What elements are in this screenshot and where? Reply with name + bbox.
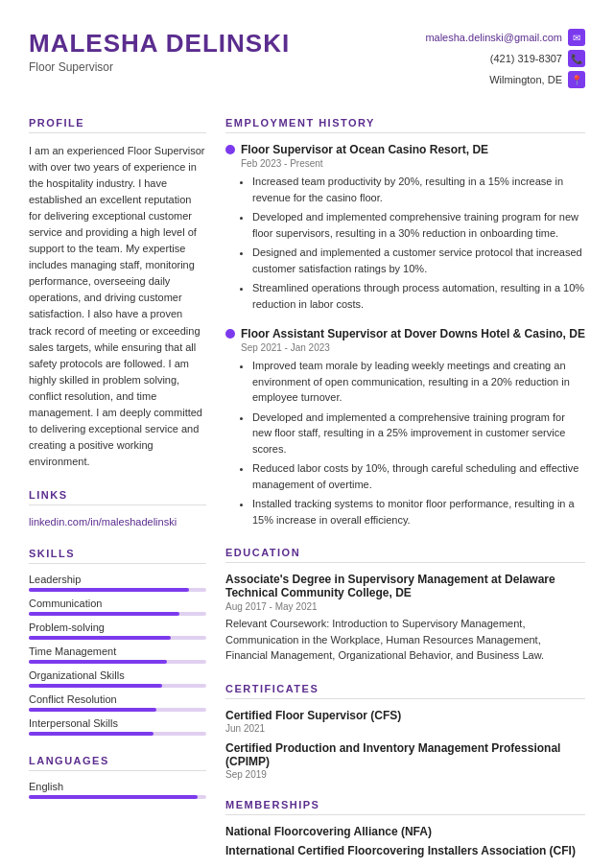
skill-bar-fill (29, 684, 162, 688)
email-row: malesha.delinski@gmail.com ✉ (425, 29, 585, 46)
resume-container: MALESHA DELINSKI Floor Supervisor malesh… (0, 0, 614, 868)
job-bullet: Designed and implemented a customer serv… (252, 245, 585, 276)
skills-title: SKILLS (29, 548, 206, 564)
language-bar-fill (29, 795, 198, 799)
memberships-title: MEMBERSHIPS (225, 799, 585, 815)
cert-name: Certified Floor Supervisor (CFS) (225, 709, 585, 722)
job-dot (225, 145, 235, 154)
jobs-list: Floor Supervisor at Ocean Casino Resort,… (225, 143, 585, 528)
skill-item: Conflict Resolution (29, 693, 206, 712)
skill-bar-fill (29, 732, 154, 736)
skill-item: Problem-solving (29, 622, 206, 640)
job-dates: Sep 2021 - Jan 2023 (241, 342, 585, 353)
job-bullets: Improved team morale by leading weekly m… (241, 358, 585, 528)
skill-name: Communication (29, 598, 206, 609)
skill-bar-fill (29, 660, 167, 664)
languages-section: LANGUAGES English (29, 755, 206, 799)
education-title: EDUCATION (225, 547, 585, 563)
job-bullet: Developed and implemented comprehensive … (252, 209, 585, 241)
skill-name: Leadership (29, 574, 206, 585)
links-title: LINKS (29, 489, 206, 505)
body-wrapper: PROFILE I am an experienced Floor Superv… (29, 117, 585, 868)
education-list: Associate's Degree in Supervisory Manage… (225, 573, 585, 664)
linkedin-link[interactable]: linkedin.com/in/maleshadelinski (29, 515, 206, 528)
location-icon: 📍 (568, 71, 585, 88)
skill-bar-bg (29, 612, 206, 616)
language-bar-bg (29, 795, 206, 799)
employment-section: EMPLOYMENT HISTORY Floor Supervisor at O… (225, 117, 585, 528)
languages-title: LANGUAGES (29, 755, 206, 771)
header: MALESHA DELINSKI Floor Supervisor malesh… (29, 29, 585, 98)
skill-bar-fill (29, 636, 171, 640)
certificates-title: CERTIFICATES (225, 683, 585, 699)
skill-name: Time Management (29, 645, 206, 657)
skill-name: Interpersonal Skills (29, 717, 206, 729)
profile-text: I am an experienced Floor Supervisor wit… (29, 143, 206, 470)
left-column: PROFILE I am an experienced Floor Superv… (29, 117, 206, 868)
job-bullet: Streamlined operations through process a… (252, 280, 585, 312)
skill-item: Leadership (29, 574, 206, 592)
job-item: Floor Assistant Supervisor at Dover Down… (225, 327, 585, 528)
edu-degree: Associate's Degree in Supervisory Manage… (225, 573, 585, 599)
phone-row: (421) 319-8307 📞 (490, 50, 585, 67)
job-bullets: Increased team productivity by 20%, resu… (241, 174, 585, 312)
memberships-section: MEMBERSHIPS National Floorcovering Allia… (225, 799, 585, 857)
skill-bar-bg (29, 660, 206, 664)
email-icon: ✉ (568, 29, 585, 46)
memberships-list: National Floorcovering Alliance (NFA)Int… (225, 825, 585, 857)
skill-bar-bg (29, 588, 206, 592)
job-bullet: Increased team productivity by 20%, resu… (252, 174, 585, 205)
skill-name: Organizational Skills (29, 669, 206, 681)
job-item: Floor Supervisor at Ocean Casino Resort,… (225, 143, 585, 312)
links-section: LINKS linkedin.com/in/maleshadelinski (29, 489, 206, 528)
skill-bar-bg (29, 636, 206, 640)
job-title-text: Floor Assistant Supervisor at Dover Down… (241, 327, 585, 340)
languages-list: English (29, 781, 206, 799)
cert-name: Certified Production and Inventory Manag… (225, 741, 585, 768)
education-item: Associate's Degree in Supervisory Manage… (225, 573, 585, 664)
cert-date: Sep 2019 (225, 769, 585, 780)
skills-list: Leadership Communication Problem-solving… (29, 574, 206, 736)
certs-list: Certified Floor Supervisor (CFS) Jun 202… (225, 709, 585, 780)
job-bullet: Improved team morale by leading weekly m… (252, 358, 585, 406)
skills-section: SKILLS Leadership Communication Problem-… (29, 548, 206, 736)
job-bullet: Installed tracking systems to monitor fl… (252, 496, 585, 528)
profile-title: PROFILE (29, 117, 206, 133)
location-text: Wilmington, DE (489, 74, 562, 85)
skill-name: Problem-solving (29, 622, 206, 633)
skill-bar-fill (29, 612, 179, 616)
skill-bar-bg (29, 708, 206, 712)
skill-item: Interpersonal Skills (29, 717, 206, 736)
membership-item: International Certified Floorcovering In… (225, 844, 585, 857)
skill-bar-fill (29, 708, 156, 712)
job-title-text: Floor Supervisor at Ocean Casino Resort,… (241, 143, 488, 156)
certificate-item: Certified Floor Supervisor (CFS) Jun 202… (225, 709, 585, 734)
skill-item: Organizational Skills (29, 669, 206, 688)
certificates-section: CERTIFICATES Certified Floor Supervisor … (225, 683, 585, 780)
skill-bar-bg (29, 684, 206, 688)
job-dot (225, 329, 235, 339)
skill-item: Communication (29, 598, 206, 616)
skill-bar-fill (29, 588, 189, 592)
job-bullet: Developed and implemented a comprehensiv… (252, 410, 585, 457)
candidate-subtitle: Floor Supervisor (29, 60, 290, 74)
edu-dates: Aug 2017 - May 2021 (225, 601, 585, 612)
education-section: EDUCATION Associate's Degree in Supervis… (225, 547, 585, 664)
skill-item: Time Management (29, 645, 206, 664)
phone-icon: 📞 (568, 50, 585, 67)
job-bullet: Reduced labor costs by 10%, through care… (252, 460, 585, 492)
header-right: malesha.delinski@gmail.com ✉ (421) 319-8… (425, 29, 585, 88)
language-name: English (29, 781, 206, 792)
email-link[interactable]: malesha.delinski@gmail.com (425, 32, 562, 43)
location-row: Wilmington, DE 📍 (489, 71, 585, 88)
header-left: MALESHA DELINSKI Floor Supervisor (29, 29, 290, 74)
skill-bar-bg (29, 732, 206, 736)
certificate-item: Certified Production and Inventory Manag… (225, 741, 585, 780)
membership-item: National Floorcovering Alliance (NFA) (225, 825, 585, 838)
right-column: EMPLOYMENT HISTORY Floor Supervisor at O… (225, 117, 585, 868)
skill-name: Conflict Resolution (29, 693, 206, 705)
job-dates: Feb 2023 - Present (241, 158, 585, 169)
profile-section: PROFILE I am an experienced Floor Superv… (29, 117, 206, 470)
employment-title: EMPLOYMENT HISTORY (225, 117, 585, 133)
edu-description: Relevant Coursework: Introduction to Sup… (225, 616, 585, 664)
